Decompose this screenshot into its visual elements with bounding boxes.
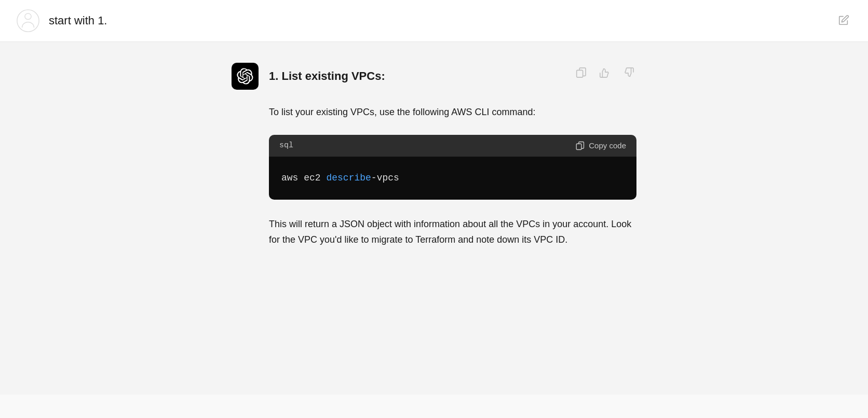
code-language: sql — [279, 141, 293, 150]
code-header: sql Copy code — [269, 135, 636, 157]
thumbs-up-icon — [599, 67, 611, 78]
response-body: To list your existing VPCs, use the foll… — [232, 104, 636, 248]
response-header-left: 1. List existing VPCs: — [232, 63, 385, 90]
svg-point-0 — [17, 10, 39, 32]
code-body: aws ec2 describe-vpcs — [269, 157, 636, 200]
thumbs-up-button[interactable] — [597, 65, 613, 80]
thumbs-down-icon — [623, 67, 634, 78]
copy-response-button[interactable] — [573, 65, 589, 80]
code-content: aws ec2 describe-vpcs — [281, 171, 624, 185]
header: start with 1. — [0, 0, 868, 42]
copy-icon — [575, 141, 585, 150]
conversation-title: start with 1. — [49, 14, 107, 27]
gpt-icon — [232, 63, 259, 90]
thumbs-down-button[interactable] — [621, 65, 636, 80]
response-actions — [573, 65, 636, 80]
copy-code-label: Copy code — [589, 141, 626, 150]
svg-rect-2 — [577, 70, 583, 77]
svg-rect-4 — [577, 144, 582, 149]
response-container: 1. List existing VPCs: — [200, 63, 668, 248]
code-suffix: -vpcs — [371, 173, 399, 183]
copy-code-button[interactable]: Copy code — [575, 141, 626, 150]
response-header: 1. List existing VPCs: — [232, 63, 636, 90]
clipboard-icon — [575, 67, 587, 78]
code-block: sql Copy code aws ec2 describe-vpcs — [269, 135, 636, 200]
user-avatar — [17, 9, 39, 32]
response-description: This will return a JSON object with info… — [269, 216, 636, 248]
openai-logo — [237, 68, 253, 85]
main-content: 1. List existing VPCs: — [0, 42, 868, 395]
header-left: start with 1. — [17, 9, 107, 32]
edit-button[interactable] — [836, 12, 851, 30]
code-keyword: describe — [326, 173, 371, 183]
edit-icon — [838, 15, 849, 26]
step-title: 1. List existing VPCs: — [269, 69, 385, 83]
code-plain-text: aws ec2 — [281, 173, 326, 183]
intro-text: To list your existing VPCs, use the foll… — [269, 104, 636, 120]
